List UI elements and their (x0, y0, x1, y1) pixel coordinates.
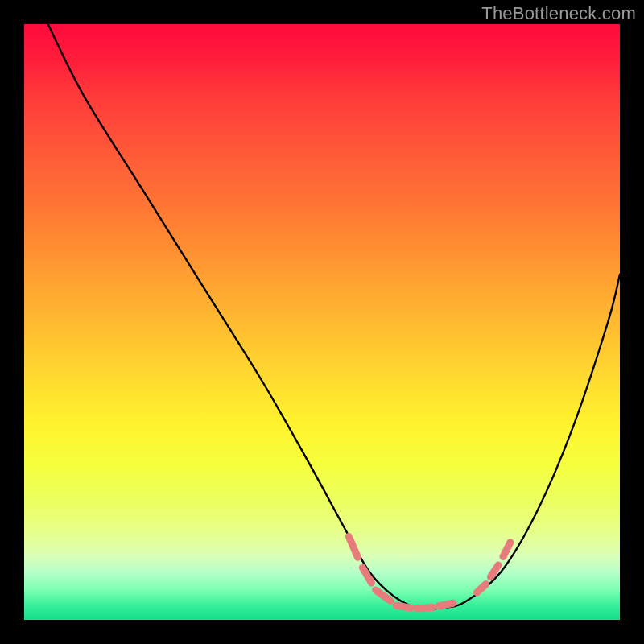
highlight-segment (397, 605, 412, 608)
highlight-segment (438, 603, 453, 606)
watermark-text: TheBottleneck.com (481, 3, 636, 24)
highlight-segment (349, 536, 357, 557)
highlight-segment (417, 607, 432, 608)
highlight-segment (477, 584, 485, 592)
plot-svg (24, 24, 620, 620)
bottleneck-curve (48, 24, 620, 609)
highlight-segments (349, 536, 510, 609)
highlight-segment (503, 543, 510, 557)
highlight-segment (362, 568, 371, 583)
plot-area (24, 24, 620, 620)
chart-frame: TheBottleneck.com (0, 0, 644, 644)
